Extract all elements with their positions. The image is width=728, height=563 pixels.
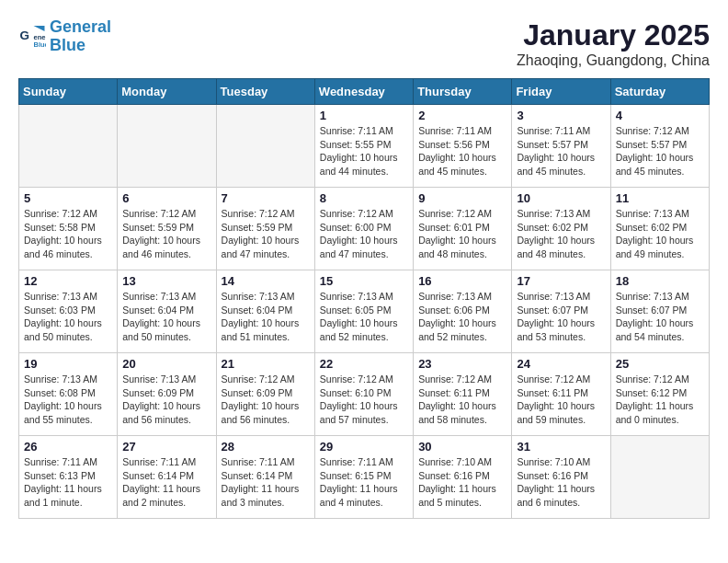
day-number: 3 [517,109,605,122]
week-row-5: 26Sunrise: 7:11 AM Sunset: 6:13 PM Dayli… [19,436,710,519]
calendar-cell: 7Sunrise: 7:12 AM Sunset: 5:59 PM Daylig… [216,188,314,270]
calendar-cell: 24Sunrise: 7:12 AM Sunset: 6:11 PM Dayli… [512,353,610,436]
calendar-cell: 27Sunrise: 7:11 AM Sunset: 6:14 PM Dayli… [118,436,216,519]
day-number: 1 [320,109,408,122]
svg-text:G: G [20,29,30,42]
day-number: 26 [24,440,112,454]
day-info: Sunrise: 7:13 AM Sunset: 6:04 PM Dayligh… [122,290,210,344]
day-number: 4 [616,109,704,122]
day-info: Sunrise: 7:13 AM Sunset: 6:02 PM Dayligh… [517,207,605,261]
weekday-header-friday: Friday [512,79,610,105]
day-info: Sunrise: 7:10 AM Sunset: 6:16 PM Dayligh… [418,455,506,510]
calendar-cell: 9Sunrise: 7:12 AM Sunset: 6:01 PM Daylig… [414,188,512,270]
calendar-cell: 28Sunrise: 7:11 AM Sunset: 6:14 PM Dayli… [216,436,314,519]
day-info: Sunrise: 7:13 AM Sunset: 6:03 PM Dayligh… [24,290,112,344]
week-row-3: 12Sunrise: 7:13 AM Sunset: 6:03 PM Dayli… [19,270,710,353]
calendar-cell: 13Sunrise: 7:13 AM Sunset: 6:04 PM Dayli… [118,270,216,353]
weekday-header-wednesday: Wednesday [314,79,413,105]
day-number: 17 [517,274,605,288]
calendar-cell: 2Sunrise: 7:11 AM Sunset: 5:56 PM Daylig… [414,105,512,188]
day-number: 14 [222,274,310,288]
day-info: Sunrise: 7:13 AM Sunset: 6:04 PM Dayligh… [222,290,310,344]
day-number: 20 [122,357,210,371]
day-info: Sunrise: 7:11 AM Sunset: 5:57 PM Dayligh… [517,124,605,178]
day-number: 23 [418,357,506,371]
calendar-cell: 5Sunrise: 7:12 AM Sunset: 5:58 PM Daylig… [19,188,118,270]
calendar-cell [216,105,314,188]
calendar-cell: 21Sunrise: 7:12 AM Sunset: 6:09 PM Dayli… [216,353,314,436]
calendar-cell: 17Sunrise: 7:13 AM Sunset: 6:07 PM Dayli… [512,270,610,353]
week-row-2: 5Sunrise: 7:12 AM Sunset: 5:58 PM Daylig… [19,188,710,270]
calendar-cell: 30Sunrise: 7:10 AM Sunset: 6:16 PM Dayli… [414,436,512,519]
day-number: 31 [517,440,605,454]
weekday-header-monday: Monday [118,79,216,105]
day-number: 30 [418,440,506,454]
calendar-cell: 15Sunrise: 7:13 AM Sunset: 6:05 PM Dayli… [314,270,413,353]
calendar-cell: 22Sunrise: 7:12 AM Sunset: 6:10 PM Dayli… [314,353,413,436]
day-info: Sunrise: 7:11 AM Sunset: 5:56 PM Dayligh… [418,124,506,178]
day-number: 25 [616,357,704,371]
weekday-header-tuesday: Tuesday [216,79,314,105]
logo-text: GeneralBlue [50,18,111,55]
day-info: Sunrise: 7:11 AM Sunset: 6:14 PM Dayligh… [122,455,210,510]
day-number: 15 [320,274,408,288]
calendar-cell: 19Sunrise: 7:13 AM Sunset: 6:08 PM Dayli… [19,353,118,436]
calendar-cell: 3Sunrise: 7:11 AM Sunset: 5:57 PM Daylig… [512,105,610,188]
day-info: Sunrise: 7:12 AM Sunset: 6:01 PM Dayligh… [418,207,506,261]
day-info: Sunrise: 7:12 AM Sunset: 6:12 PM Dayligh… [616,373,704,427]
calendar-cell: 6Sunrise: 7:12 AM Sunset: 5:59 PM Daylig… [118,188,216,270]
day-number: 28 [222,440,310,454]
day-info: Sunrise: 7:12 AM Sunset: 5:59 PM Dayligh… [122,207,210,261]
day-number: 24 [517,357,605,371]
logo-icon: G eneral Blue [18,23,46,51]
day-info: Sunrise: 7:12 AM Sunset: 6:00 PM Dayligh… [320,207,408,261]
calendar-cell [118,105,216,188]
day-number: 11 [616,191,704,205]
day-number: 7 [222,191,310,205]
calendar-cell: 25Sunrise: 7:12 AM Sunset: 6:12 PM Dayli… [610,353,709,436]
day-number: 5 [24,191,112,205]
day-info: Sunrise: 7:10 AM Sunset: 6:16 PM Dayligh… [517,455,605,510]
day-number: 8 [320,191,408,205]
page-header: G eneral Blue GeneralBlue January 2025 Z… [18,18,710,69]
day-number: 9 [418,191,506,205]
week-row-1: 1Sunrise: 7:11 AM Sunset: 5:55 PM Daylig… [19,105,710,188]
day-number: 18 [616,274,704,288]
calendar-cell: 8Sunrise: 7:12 AM Sunset: 6:00 PM Daylig… [314,188,413,270]
calendar-cell [610,436,709,519]
day-number: 6 [122,191,210,205]
calendar-cell: 1Sunrise: 7:11 AM Sunset: 5:55 PM Daylig… [314,105,413,188]
calendar-cell: 16Sunrise: 7:13 AM Sunset: 6:06 PM Dayli… [414,270,512,353]
calendar: SundayMondayTuesdayWednesdayThursdayFrid… [18,78,710,519]
calendar-cell: 14Sunrise: 7:13 AM Sunset: 6:04 PM Dayli… [216,270,314,353]
day-number: 19 [24,357,112,371]
day-number: 2 [418,109,506,122]
day-info: Sunrise: 7:12 AM Sunset: 6:11 PM Dayligh… [517,373,605,427]
calendar-cell: 18Sunrise: 7:13 AM Sunset: 6:07 PM Dayli… [610,270,709,353]
calendar-cell: 11Sunrise: 7:13 AM Sunset: 6:02 PM Dayli… [610,188,709,270]
day-info: Sunrise: 7:12 AM Sunset: 5:58 PM Dayligh… [24,207,112,261]
calendar-cell: 4Sunrise: 7:12 AM Sunset: 5:57 PM Daylig… [610,105,709,188]
day-number: 22 [320,357,408,371]
title-block: January 2025 Zhaoqing, Guangdong, China [517,18,710,69]
day-info: Sunrise: 7:12 AM Sunset: 5:59 PM Dayligh… [222,207,310,261]
day-number: 29 [320,440,408,454]
weekday-header-row: SundayMondayTuesdayWednesdayThursdayFrid… [19,79,710,105]
calendar-cell: 10Sunrise: 7:13 AM Sunset: 6:02 PM Dayli… [512,188,610,270]
day-number: 16 [418,274,506,288]
day-number: 10 [517,191,605,205]
weekday-header-thursday: Thursday [414,79,512,105]
day-info: Sunrise: 7:13 AM Sunset: 6:07 PM Dayligh… [616,290,704,344]
day-info: Sunrise: 7:12 AM Sunset: 6:11 PM Dayligh… [418,373,506,427]
day-info: Sunrise: 7:12 AM Sunset: 6:10 PM Dayligh… [320,373,408,427]
day-info: Sunrise: 7:12 AM Sunset: 6:09 PM Dayligh… [222,373,310,427]
day-info: Sunrise: 7:11 AM Sunset: 6:14 PM Dayligh… [222,455,310,510]
location: Zhaoqing, Guangdong, China [517,52,710,69]
day-number: 12 [24,274,112,288]
day-info: Sunrise: 7:13 AM Sunset: 6:06 PM Dayligh… [418,290,506,344]
day-info: Sunrise: 7:11 AM Sunset: 5:55 PM Dayligh… [320,124,408,178]
logo: G eneral Blue GeneralBlue [18,18,111,55]
svg-text:Blue: Blue [34,40,47,49]
week-row-4: 19Sunrise: 7:13 AM Sunset: 6:08 PM Dayli… [19,353,710,436]
calendar-cell: 31Sunrise: 7:10 AM Sunset: 6:16 PM Dayli… [512,436,610,519]
